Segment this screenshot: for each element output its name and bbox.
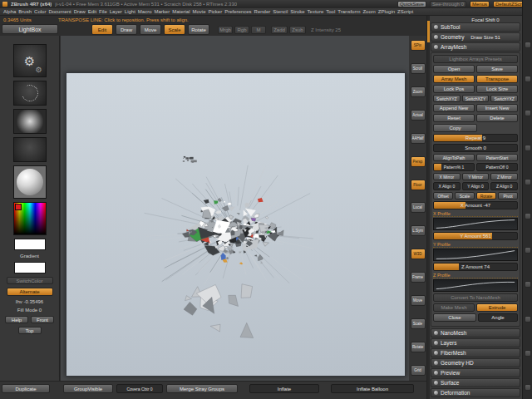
- repeat-slider[interactable]: Repeat 9: [433, 134, 518, 142]
- tray-scrollbar-thumb[interactable]: [427, 21, 430, 42]
- close-toggle[interactable]: Close: [433, 313, 476, 322]
- brush-thumbnail[interactable]: ⚙ ⚙: [13, 44, 47, 77]
- preview-section-header[interactable]: Preview: [431, 368, 520, 377]
- move-view-button[interactable]: Move: [411, 295, 426, 306]
- reset-button[interactable]: Reset: [433, 114, 475, 122]
- nanomesh-section-header[interactable]: NanoMesh: [431, 328, 520, 337]
- dock-icon[interactable]: [525, 350, 531, 357]
- menu-movie[interactable]: Movie: [193, 9, 206, 14]
- dock-icon[interactable]: [525, 42, 531, 48]
- y-profile-label[interactable]: Y Profile: [433, 242, 518, 248]
- lightbox-button[interactable]: LightBox: [2, 24, 58, 34]
- switch-xzy-button[interactable]: SwitchXZY: [462, 95, 490, 102]
- dock-icon[interactable]: [525, 247, 531, 254]
- save-button[interactable]: Save: [476, 65, 518, 73]
- x-mirror-toggle[interactable]: X Mirror: [433, 173, 461, 180]
- fill-mode-slider[interactable]: Fill Mode 0: [17, 308, 42, 313]
- document-canvas[interactable]: [66, 72, 406, 377]
- current-color-swatch[interactable]: [14, 239, 46, 250]
- rotate-view-button[interactable]: Rotate: [411, 342, 426, 352]
- lightbox-arrays-presets-button[interactable]: Lightbox Arrays Presets: [433, 55, 518, 63]
- dock-icon[interactable]: [525, 316, 531, 323]
- dock-icon[interactable]: [525, 213, 531, 219]
- offset-tab[interactable]: Offset: [433, 192, 453, 200]
- z-amount-slider[interactable]: Z Amount 74: [433, 263, 518, 271]
- inflate-balloon-slider[interactable]: Inflate Balloon: [331, 384, 414, 393]
- menu-document[interactable]: Document: [48, 9, 71, 14]
- edit-mode-button[interactable]: Edit: [91, 24, 113, 35]
- rotate-mode-button[interactable]: Rotate: [188, 24, 209, 35]
- menu-edit[interactable]: Edit: [88, 9, 96, 14]
- subtool-section-header[interactable]: SubTool: [431, 22, 520, 32]
- rgb-button[interactable]: Rgb: [234, 26, 249, 34]
- duplicate-button[interactable]: Duplicate: [2, 384, 50, 393]
- menu-stroke[interactable]: Stroke: [290, 9, 304, 14]
- surface-section-header[interactable]: Surface: [431, 378, 520, 387]
- see-through-slider[interactable]: See-through 0: [430, 1, 466, 7]
- menu-material[interactable]: Material: [172, 9, 190, 14]
- menu-zscript[interactable]: ZScript: [397, 9, 413, 14]
- smooth-slider[interactable]: Smooth 0: [433, 144, 518, 152]
- y-mirror-toggle[interactable]: Y Mirror: [462, 173, 490, 180]
- mrgb-button[interactable]: Mrgb: [218, 26, 233, 34]
- menu-preferences[interactable]: Preferences: [224, 9, 251, 14]
- w3d-toggle[interactable]: W3D: [411, 249, 426, 259]
- menu-alpha[interactable]: Alpha: [3, 9, 16, 14]
- help-button[interactable]: Help: [5, 316, 28, 323]
- menu-tool[interactable]: Tool: [326, 9, 335, 14]
- y-profile-curve-editor[interactable]: [433, 249, 518, 261]
- make-mesh-button[interactable]: Make Mesh: [433, 303, 475, 312]
- scale-mode-button[interactable]: Scale: [164, 24, 185, 35]
- canvas-area[interactable]: [61, 36, 409, 381]
- open-button[interactable]: Open: [433, 65, 475, 73]
- scale-tab[interactable]: Scale: [455, 192, 475, 200]
- angle-slider[interactable]: Angle: [478, 313, 518, 322]
- move-mode-button[interactable]: Move: [140, 24, 161, 35]
- menu-picker[interactable]: Picker: [209, 9, 223, 14]
- arraymesh-section-header[interactable]: ArrayMesh: [431, 42, 520, 52]
- menu-marker[interactable]: Marker: [154, 9, 170, 14]
- menu-brush[interactable]: Brush: [18, 9, 32, 14]
- fibermesh-section-header[interactable]: FiberMesh: [431, 348, 520, 357]
- switch-yxz-button[interactable]: SwitchYXZ: [490, 95, 518, 102]
- menu-file[interactable]: File: [99, 9, 107, 14]
- transpose-toggle[interactable]: Transpose: [476, 75, 518, 83]
- menu-texture[interactable]: Texture: [308, 9, 324, 14]
- front-button[interactable]: Front: [31, 316, 54, 323]
- deformation-section-header[interactable]: Deformation: [431, 388, 520, 397]
- dock-icon[interactable]: [525, 281, 531, 288]
- menu-layer[interactable]: Layer: [110, 9, 122, 14]
- red-swatch[interactable]: [15, 204, 22, 210]
- pattern-pct-slider[interactable]: Pattern% 1: [433, 163, 475, 171]
- floor-toggle[interactable]: Floor: [411, 180, 426, 190]
- menu-color[interactable]: Color: [34, 9, 46, 14]
- geometry-hd-section-header[interactable]: Geometry HD: [431, 358, 520, 367]
- lsym-toggle[interactable]: L.Sym: [411, 225, 426, 236]
- z-profile-label[interactable]: Z Profile: [433, 273, 518, 278]
- persp-toggle[interactable]: Persp: [411, 156, 426, 167]
- convert-to-nanomesh-button[interactable]: Convert To NanoMesh: [433, 293, 518, 302]
- z-mirror-toggle[interactable]: Z Mirror: [490, 173, 518, 180]
- texture-thumbnail[interactable]: [13, 137, 47, 162]
- grid-button[interactable]: Grid: [411, 365, 426, 376]
- frame-button[interactable]: Frame: [411, 272, 426, 283]
- array-mesh-toggle[interactable]: Array Mesh: [433, 75, 475, 83]
- switch-color-button[interactable]: SwitchColor: [7, 277, 53, 284]
- spix-slider[interactable]: SPix: [411, 40, 426, 51]
- switch-xyz-button[interactable]: SwitchXYZ: [433, 95, 461, 102]
- gradient-swatch[interactable]: [14, 262, 46, 273]
- alternate-button[interactable]: Alternate: [7, 288, 53, 296]
- menu-zplugin[interactable]: ZPlugin: [378, 9, 395, 14]
- dock-icon[interactable]: [525, 110, 531, 116]
- x-profile-label[interactable]: X Profile: [433, 211, 518, 217]
- quicksave-button[interactable]: QuickSave: [397, 1, 426, 7]
- pivot-tab[interactable]: Pivot: [498, 192, 518, 200]
- draw-mode-button[interactable]: Draw: [116, 24, 137, 35]
- group-visible-button[interactable]: GroupVisible: [63, 384, 113, 393]
- aahalf-button[interactable]: AAHalf: [411, 133, 426, 144]
- lock-pos-toggle[interactable]: Lock Pos: [433, 85, 475, 93]
- rotate-tab[interactable]: Rotate: [476, 192, 496, 200]
- x-profile-curve-editor[interactable]: [433, 218, 518, 230]
- insert-new-button[interactable]: Insert New: [476, 104, 518, 112]
- zadd-button[interactable]: Zadd: [271, 26, 288, 34]
